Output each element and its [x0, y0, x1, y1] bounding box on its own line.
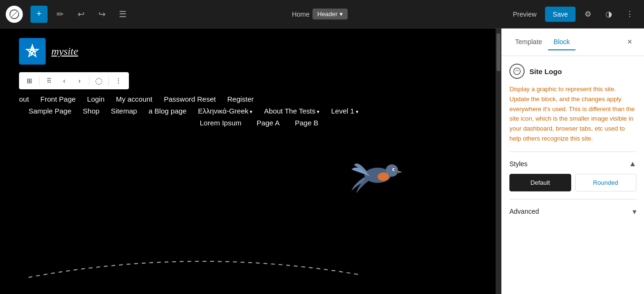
- add-block-button[interactable]: +: [30, 6, 48, 23]
- panel-content: Site Logo Display a graphic to represent…: [502, 56, 644, 224]
- canvas-area: mysite ⊞ ⠿ ‹ › ◌ ⋮ out Front Page Login …: [0, 28, 501, 294]
- tools-button[interactable]: ✏: [51, 6, 68, 23]
- nav-link-level1[interactable]: Level 1: [331, 107, 358, 115]
- site-logo-section: Site Logo: [509, 64, 636, 79]
- canvas-bottom: [0, 132, 501, 294]
- block-type-btn[interactable]: ⊞: [23, 74, 36, 87]
- site-logo-box[interactable]: [19, 38, 46, 65]
- dashed-curve-decoration: [29, 251, 361, 280]
- toolbar-right: Preview Save ⚙ ◑ ⋮: [508, 6, 638, 23]
- divider-1: [39, 76, 39, 85]
- nav-link-myaccount[interactable]: My account: [116, 95, 153, 103]
- breadcrumb: Home Header ▾: [135, 9, 504, 19]
- nav-link-abouttests[interactable]: About The Tests: [264, 107, 320, 115]
- site-name: mysite: [51, 45, 78, 57]
- advanced-section: Advanced ▾: [509, 207, 636, 216]
- more-options-btn[interactable]: ⋮: [112, 74, 125, 87]
- save-button[interactable]: Save: [545, 7, 576, 22]
- top-toolbar: + ✏ ↩ ↪ ☰ Home Header ▾ Preview Save ⚙ ◑…: [0, 0, 644, 28]
- styles-label: Styles: [509, 160, 527, 168]
- divider-2: [89, 76, 89, 85]
- nav-link-out[interactable]: out: [19, 95, 29, 103]
- tab-block[interactable]: Block: [548, 34, 576, 50]
- advanced-label: Advanced: [509, 208, 539, 215]
- style-default-button[interactable]: Default: [509, 174, 571, 191]
- wordpress-logo[interactable]: [6, 6, 23, 23]
- panel-header: Template Block ×: [502, 28, 644, 56]
- styles-collapse-button[interactable]: ▲: [629, 160, 636, 168]
- dotted-circle-btn[interactable]: ◌: [92, 74, 106, 87]
- styles-header: Styles ▲: [509, 160, 636, 168]
- block-toolbar: ⊞ ⠿ ‹ › ◌ ⋮: [19, 72, 129, 89]
- undo-button[interactable]: ↩: [72, 6, 89, 23]
- nav-link-passwordreset[interactable]: Password Reset: [164, 95, 215, 103]
- move-right-btn[interactable]: ›: [73, 74, 86, 87]
- style-rounded-button[interactable]: Rounded: [575, 174, 637, 191]
- section-divider-2: [509, 199, 636, 199]
- nav-link-shop[interactable]: Shop: [83, 107, 99, 115]
- section-divider-1: [509, 152, 636, 152]
- nav-link-samplepage[interactable]: Sample Page: [29, 107, 71, 115]
- nav-row-3: Lorem Ipsum Page A Page B: [19, 119, 482, 127]
- styles-section: Styles ▲ Default Rounded: [509, 160, 636, 191]
- site-logo-row: mysite: [19, 38, 482, 65]
- site-header: mysite ⊞ ⠿ ‹ › ◌ ⋮ out Front Page Login …: [0, 28, 501, 132]
- main-area: mysite ⊞ ⠿ ‹ › ◌ ⋮ out Front Page Login …: [0, 28, 644, 294]
- nav-link-pagea[interactable]: Page A: [257, 119, 280, 127]
- svg-point-6: [514, 68, 520, 75]
- tab-template[interactable]: Template: [509, 34, 548, 50]
- nav-row-2: Sample Page Shop Sitemap a Blog page Ελλ…: [19, 107, 482, 115]
- svg-point-5: [394, 169, 395, 171]
- panel-close-button[interactable]: ×: [623, 36, 636, 49]
- scroll-bar[interactable]: [496, 28, 501, 294]
- nav-row-1: out Front Page Login My account Password…: [19, 95, 482, 103]
- bird-decoration: [349, 151, 406, 193]
- nav-link-greek[interactable]: Ελληνικά-Greek: [198, 107, 253, 115]
- nav-link-sitemap[interactable]: Sitemap: [111, 107, 137, 115]
- theme-button[interactable]: ◑: [600, 6, 617, 23]
- redo-button[interactable]: ↪: [93, 6, 110, 23]
- advanced-chevron-icon: ▾: [633, 207, 636, 216]
- more-button[interactable]: ⋮: [621, 6, 638, 23]
- svg-point-3: [378, 172, 389, 181]
- nav-link-frontpage[interactable]: Front Page: [40, 95, 76, 103]
- nav-link-blogpage[interactable]: a Blog page: [148, 107, 186, 115]
- right-panel: Template Block × Site Logo Display a gra…: [501, 28, 644, 294]
- divider-3: [108, 76, 109, 85]
- nav-link-pageb[interactable]: Page B: [295, 119, 318, 127]
- site-logo-icon: [509, 64, 525, 79]
- breadcrumb-home[interactable]: Home: [292, 10, 310, 18]
- nav-link-loremipsum[interactable]: Lorem Ipsum: [200, 119, 242, 127]
- preview-button[interactable]: Preview: [508, 8, 541, 21]
- list-view-button[interactable]: ☰: [114, 6, 131, 23]
- styles-buttons: Default Rounded: [509, 174, 636, 191]
- move-left-btn[interactable]: ‹: [58, 74, 71, 87]
- advanced-header[interactable]: Advanced ▾: [509, 207, 636, 216]
- nav-link-register[interactable]: Register: [227, 95, 254, 103]
- nav-link-login[interactable]: Login: [87, 95, 105, 103]
- settings-button[interactable]: ⚙: [579, 6, 596, 23]
- site-logo-label: Site Logo: [529, 67, 562, 76]
- drag-handle[interactable]: ⠿: [42, 74, 56, 87]
- breadcrumb-current[interactable]: Header ▾: [312, 9, 348, 19]
- scroll-thumb[interactable]: [497, 33, 500, 71]
- site-logo-description: Display a graphic to represent this site…: [509, 85, 636, 144]
